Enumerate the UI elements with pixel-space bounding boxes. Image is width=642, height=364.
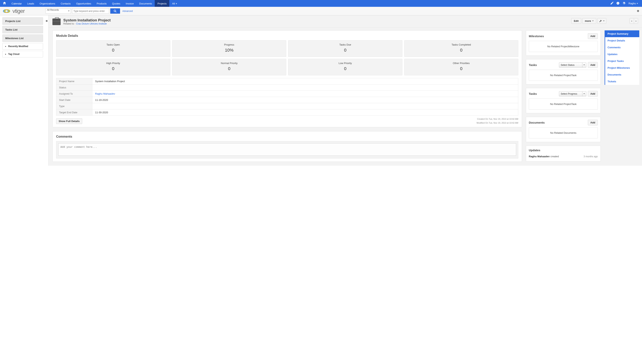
nav-all[interactable]: All▾ [169, 0, 180, 7]
stat-tasks-completed: Tasks Completed0 [404, 40, 518, 57]
nav-calendar[interactable]: Calendar [9, 0, 25, 7]
user-menu[interactable]: Raghu▾ [628, 2, 638, 5]
milestones-panel: Milestones Add No Related ProjectMilesto… [526, 30, 601, 56]
detail-table: Project NameSystem Installation Project … [56, 78, 518, 116]
field-value [92, 103, 518, 110]
quick-create-button[interactable]: + [637, 8, 639, 14]
stat-progress: Progress10% [172, 40, 286, 57]
prev-record-button[interactable]: ‹ [629, 18, 634, 24]
field-value: 11-19-2020 [92, 97, 518, 103]
chevron-right-icon: ▸ [5, 45, 6, 47]
tasks-heading: Tasks [529, 92, 537, 96]
search-icon [114, 10, 117, 12]
edit-icon[interactable] [611, 2, 613, 5]
field-label: Type [56, 103, 92, 110]
tab-updates[interactable]: Updates [605, 51, 639, 58]
update-time: 3 months ago [583, 155, 598, 158]
tab-project-milestones[interactable]: Project Milestones [605, 64, 639, 71]
record-header: System Installation Project Related to -… [49, 16, 642, 28]
wrench-icon [599, 20, 602, 22]
add-task-button[interactable]: Add [588, 62, 598, 68]
chevron-right-icon: ▸ [5, 53, 6, 55]
tab-tickets[interactable]: Tickets [605, 78, 639, 85]
sidebar-tag-cloud[interactable]: ▸Tag Cloud [2, 51, 43, 58]
tools-button[interactable] [597, 18, 606, 24]
nav-quotes[interactable]: Quotes [109, 0, 123, 7]
add-task-button[interactable]: Add [588, 91, 598, 96]
stat-normal-priority: Normal Priority0 [172, 59, 286, 75]
search-button[interactable] [110, 8, 120, 14]
field-label: Assigned To [56, 91, 92, 97]
sidebar-item-tasks-list[interactable]: Tasks List [2, 26, 43, 33]
stat-low-priority: Low Priority0 [288, 59, 402, 75]
module-details-card: Module Details Tasks Open0 Progress10% T… [52, 30, 522, 127]
tab-project-summary[interactable]: Project Summary [605, 30, 639, 37]
nav-documents[interactable]: Documents [136, 0, 155, 7]
help-icon[interactable]: i [616, 2, 619, 5]
search-scope-select[interactable]: All Records [46, 8, 71, 14]
sidebar-recently-modified[interactable]: ▸Recently Modified [2, 43, 43, 50]
module-details-heading: Module Details [56, 34, 518, 38]
modified-on-text: Modified On Tue, Nov 19, 2013 at 10:42 A… [56, 121, 518, 125]
field-value: System Installation Project [92, 78, 518, 84]
edit-button[interactable]: Edit [571, 18, 581, 24]
comment-input[interactable] [58, 143, 516, 156]
add-document-button[interactable]: Add [588, 120, 598, 125]
svg-point-5 [114, 10, 116, 12]
milestones-heading: Milestones [529, 34, 544, 38]
tab-project-tasks[interactable]: Project Tasks [605, 58, 639, 64]
nav-projects[interactable]: Projects [155, 0, 169, 7]
nav-opportunities[interactable]: Opportunities [74, 0, 94, 7]
update-author: Raghu Mahaadev [529, 155, 550, 158]
search-input[interactable] [72, 8, 109, 14]
field-value: 11-30-2020 [92, 110, 518, 116]
top-menu: Calendar Leads Organizations Contacts Op… [9, 0, 180, 7]
related-to-link[interactable]: Cras Dictum Ultricies Institute [76, 22, 107, 25]
tasks-progress-panel: Tasks Select Progress Add No Related Pro… [526, 88, 601, 113]
comments-card: Comments [52, 131, 522, 162]
advanced-search-link[interactable]: Advanced [122, 10, 133, 12]
nav-invoice[interactable]: Invoice [123, 0, 136, 7]
field-label: Target End Date [56, 110, 92, 116]
milestones-empty: No Related ProjectMilestone [529, 41, 598, 52]
tab-documents[interactable]: Documents [605, 71, 639, 78]
page-title: System Installation Project [63, 18, 111, 22]
detail-tabs: Project Summary Project Details Comments… [604, 30, 639, 85]
tasks-progress-empty: No Related ProjectTask [529, 98, 598, 110]
nav-organizations[interactable]: Organizations [37, 0, 58, 7]
task-status-select[interactable]: Select Status [559, 62, 586, 68]
next-record-button[interactable]: › [634, 18, 638, 24]
task-progress-select[interactable]: Select Progress [559, 91, 586, 96]
tab-comments[interactable]: Comments [605, 44, 639, 51]
tab-project-details[interactable]: Project Details [605, 37, 639, 44]
add-milestone-button[interactable]: Add [588, 33, 598, 39]
show-full-details-button[interactable]: Show Full Details [56, 118, 82, 124]
related-to-label: Related to - [63, 22, 76, 25]
comments-heading: Comments [56, 135, 518, 138]
assigned-to-link[interactable]: Raghu Mahaadev [95, 92, 115, 95]
briefcase-icon [52, 18, 61, 25]
stat-tasks-due: Tasks Due0 [288, 40, 402, 57]
nav-leads[interactable]: Leads [25, 0, 37, 7]
gear-icon[interactable] [622, 2, 625, 5]
home-icon[interactable] [0, 2, 9, 5]
more-button[interactable]: more [582, 18, 596, 24]
field-value: Raghu Mahaadev [92, 91, 518, 97]
nav-contacts[interactable]: Contacts [58, 0, 73, 7]
toolbar: vtiger All Records Advanced + [0, 7, 642, 16]
left-sidebar: Projects List Tasks List Milestones List… [0, 16, 45, 166]
updates-heading: Updates [529, 148, 540, 152]
svg-line-6 [116, 12, 116, 12]
tasks-status-panel: Tasks Select Status Add No Related Proje… [526, 59, 601, 84]
stat-high-priority: High Priority0 [56, 59, 170, 75]
field-label: Status [56, 84, 92, 91]
sidebar-item-projects-list[interactable]: Projects List [2, 17, 43, 25]
collapse-sidebar-button[interactable]: ◀ [45, 16, 48, 166]
field-label: Project Name [56, 78, 92, 84]
nav-products[interactable]: Products [94, 0, 109, 7]
documents-panel: Documents Add No Related Documents [526, 117, 601, 142]
updates-panel: Updates Raghu Mahaadev created 3 months … [526, 146, 601, 162]
stat-other-priorities: Other Priorities0 [404, 59, 518, 75]
created-on-text: Created On Tue, Nov 19, 2013 at 10:42 AM [56, 117, 518, 121]
sidebar-item-milestones-list[interactable]: Milestones List [2, 34, 43, 42]
